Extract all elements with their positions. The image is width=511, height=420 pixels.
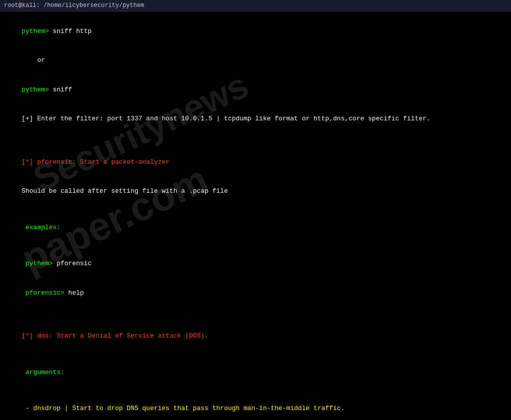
terminal-line-dnsdrop: - dnsdrop | Start to drop DNS queries th… [6,394,505,420]
cmd-pf1: pforensic [56,260,91,267]
cmd-pf2: help [68,289,84,297]
terminal-line-pforensic-header: [*] pforensic: Start a packet-analyzer [6,147,505,177]
examples-label-1: examples: [21,224,60,231]
terminal: Securitynews paper.com pythem> sniff htt… [0,11,511,420]
prompt-pf1: pythem> [21,260,56,267]
terminal-line-1: pythem> sniff http [6,16,505,46]
dnsdrop-arg: - dnsdrop | Start to drop DNS queries th… [21,405,345,412]
terminal-line-arguments: arguments: [6,358,505,387]
pforensic-header: [*] pforensic: Start a packet-analyzer [21,158,169,166]
pforensic-desc: Should be called after setting file with… [21,187,228,195]
terminal-line-3: pythem> sniff [6,75,505,104]
text-or: or [21,56,45,64]
prompt-1: pythem> [21,27,52,35]
prompt-3: pythem> [21,86,52,93]
terminal-line-4: [+] Enter the filter: port 1337 and host… [6,104,505,134]
terminal-line-pf-cmd2: pforensic> help [6,278,505,308]
cmd-3: sniff [53,86,72,93]
title-text: root@kali: /home/iicybersecurity/pythem [4,2,144,9]
cmd-1: sniff http [53,27,92,35]
terminal-line-dos-header: [*] dos: Start a Denial of Service attac… [6,322,505,351]
dos-header: [*] dos: Start a Denial of Service attac… [21,332,208,340]
prompt-pf2: pforensic> [21,289,68,297]
title-bar: root@kali: /home/iicybersecurity/pythem [0,0,511,11]
terminal-line-2: or [6,46,505,75]
filter-info: [+] Enter the filter: port 1337 and host… [21,115,430,122]
terminal-line-pf-cmd1: pythem> pforensic [6,249,505,279]
terminal-line-examples1: examples: [6,213,505,242]
terminal-line-pforensic-desc: Should be called after setting file with… [6,177,505,206]
arguments-label: arguments: [21,369,64,376]
